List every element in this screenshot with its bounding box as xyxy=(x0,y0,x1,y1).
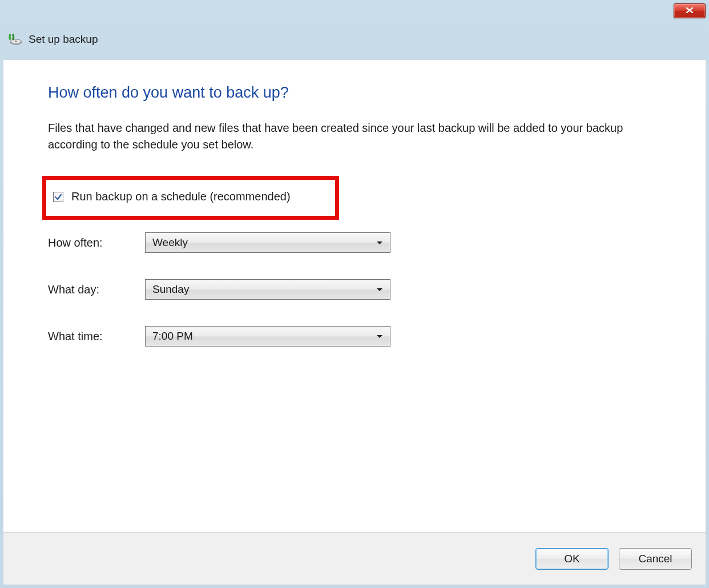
what-day-label: What day: xyxy=(48,283,145,296)
cancel-button-label: Cancel xyxy=(638,553,672,565)
what-time-value: 7:00 PM xyxy=(152,330,193,343)
chevron-down-icon xyxy=(376,237,383,248)
wizard-title: Set up backup xyxy=(29,33,98,46)
what-time-label: What time: xyxy=(48,330,145,343)
svg-point-2 xyxy=(15,41,17,43)
schedule-form: How often: Weekly What day: Sunday What … xyxy=(48,232,661,347)
how-often-value: Weekly xyxy=(152,236,188,249)
chevron-down-icon xyxy=(376,284,383,295)
what-time-dropdown[interactable]: 7:00 PM xyxy=(145,326,390,347)
wizard-window: Set up backup How often do you want to b… xyxy=(0,0,709,588)
titlebar xyxy=(0,0,709,23)
run-on-schedule-label: Run backup on a schedule (recommended) xyxy=(71,190,291,203)
close-button[interactable] xyxy=(674,3,706,18)
ok-button-label: OK xyxy=(564,553,579,565)
run-on-schedule-checkbox[interactable] xyxy=(53,192,63,202)
close-icon xyxy=(685,6,694,16)
content-panel: How often do you want to back up? Files … xyxy=(3,59,706,532)
what-day-dropdown[interactable]: Sunday xyxy=(145,279,390,300)
how-often-dropdown[interactable]: Weekly xyxy=(145,232,390,253)
what-day-value: Sunday xyxy=(152,283,189,296)
cancel-button[interactable]: Cancel xyxy=(619,548,692,570)
content-inner: How often do you want to back up? Files … xyxy=(3,60,706,358)
chevron-down-icon xyxy=(376,331,383,341)
schedule-checkbox-highlight: Run backup on a schedule (recommended) xyxy=(42,176,339,220)
wizard-header: Set up backup xyxy=(0,23,709,59)
backup-wizard-icon xyxy=(7,31,23,47)
ok-button[interactable]: OK xyxy=(535,548,609,570)
page-description: Files that have changed and new files th… xyxy=(48,120,630,153)
page-heading: How often do you want to back up? xyxy=(48,84,661,102)
how-often-label: How often: xyxy=(48,236,145,249)
button-bar: OK Cancel xyxy=(3,532,706,585)
